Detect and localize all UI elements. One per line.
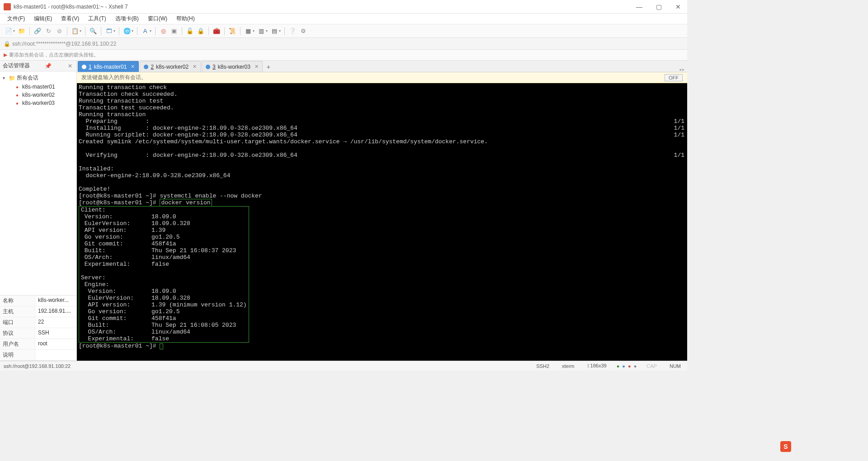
terminal-icon[interactable]: ▣: [169, 26, 179, 36]
minimize-button[interactable]: —: [633, 3, 645, 10]
main-area: 会话管理器 📌 ✕ ▾ 📁 所有会话 ● k8s-master01 ● k8s-…: [0, 61, 687, 361]
menu-edit[interactable]: 编辑(E): [30, 14, 56, 24]
maximize-button[interactable]: ▢: [653, 3, 665, 10]
open-icon[interactable]: 📁: [17, 26, 27, 36]
tab-status-icon: [144, 65, 148, 69]
tab-label: k8s-master01: [94, 64, 127, 70]
status-dot4: ●: [634, 363, 637, 369]
toolbox-icon[interactable]: 🧰: [212, 26, 222, 36]
tab-close-icon[interactable]: ✕: [131, 64, 135, 70]
host-icon: ●: [14, 100, 21, 106]
lock-open-icon[interactable]: 🔓: [185, 26, 195, 36]
properties-icon[interactable]: 🗔: [104, 26, 114, 36]
prop-row-desc: 说明: [0, 350, 76, 361]
font-icon[interactable]: A: [140, 26, 150, 36]
layout2-icon[interactable]: ▥: [256, 26, 266, 36]
hint-text: 要添加当前会话，点击左侧的箭头按钮。: [9, 52, 99, 58]
menu-help[interactable]: 帮助(H): [173, 14, 198, 24]
prop-row-host: 主机192.168.91....: [0, 306, 76, 317]
tab-label: k8s-worker03: [218, 64, 250, 70]
new-session-icon[interactable]: 📄: [4, 26, 14, 36]
session-tree: ▾ 📁 所有会话 ● k8s-master01 ● k8s-worker02 ●…: [0, 71, 76, 295]
menu-file[interactable]: 文件(F): [4, 14, 28, 24]
broadcast-bar: 发送键盘输入的所有会话。 OFF: [77, 72, 687, 83]
tree-host-label: k8s-worker03: [22, 100, 55, 106]
status-caps: CAP: [644, 363, 660, 369]
sidebar-close-icon[interactable]: ✕: [66, 63, 74, 69]
globe-icon[interactable]: 🌐: [122, 26, 132, 36]
address-text: ssh://root:**************@192.168.91.100…: [12, 41, 116, 47]
tree-host-label: k8s-master01: [22, 84, 55, 90]
toolbar: 📄▾ 📁 🔗 ↻ ⊘ 📋▾ 🔍 🗔▾ 🌐▾ A▾ ◎ ▣ 🔓 🔒 🧰 📜 ▦▾ …: [0, 24, 687, 38]
layout1-icon[interactable]: ▦: [243, 26, 253, 36]
address-bar[interactable]: 🔒 ssh://root:**************@192.168.91.1…: [0, 38, 687, 50]
search-icon[interactable]: 🔍: [88, 26, 98, 36]
tree-collapse-icon[interactable]: ▾: [3, 75, 8, 80]
tab-status-icon: [82, 65, 86, 69]
status-dot1: ●: [617, 363, 620, 369]
status-connection: ssh://root@192.168.91.100:22: [4, 363, 526, 369]
content-area: 1 k8s-master01 ✕ 2 k8s-worker02 ✕ 3 k8s-…: [77, 61, 687, 361]
host-icon: ●: [14, 92, 21, 98]
menu-view[interactable]: 查看(V): [57, 14, 83, 24]
tab-label: k8s-worker02: [156, 64, 189, 70]
status-dot2: ●: [622, 363, 625, 369]
status-indicators: ● ● ● ●: [617, 363, 637, 369]
status-dot3: ●: [628, 363, 631, 369]
tree-root[interactable]: ▾ 📁 所有会话: [0, 73, 76, 83]
prop-row-protocol: 协议SSH: [0, 328, 76, 339]
broadcast-text: 发送键盘输入的所有会话。: [81, 74, 146, 81]
status-num: NUM: [667, 363, 684, 369]
session-manager-sidebar: 会话管理器 📌 ✕ ▾ 📁 所有会话 ● k8s-master01 ● k8s-…: [0, 61, 77, 361]
tab-worker02[interactable]: 2 k8s-worker02 ✕: [140, 61, 201, 72]
tab-worker03[interactable]: 3 k8s-worker03 ✕: [202, 61, 263, 72]
status-ssh: SSH2: [533, 363, 552, 369]
status-size: ⟟ 186x39: [585, 363, 609, 369]
flag-icon: ▶: [4, 52, 7, 58]
tab-next-icon[interactable]: ▸: [682, 67, 684, 72]
app-icon: [4, 3, 11, 10]
close-button[interactable]: ✕: [673, 3, 684, 10]
prop-row-port: 端口22: [0, 317, 76, 328]
tabs-nav: ◂ ▸: [679, 67, 687, 72]
tree-host-worker03[interactable]: ● k8s-worker03: [0, 99, 76, 107]
link-icon[interactable]: 🔗: [33, 26, 42, 36]
tab-master01[interactable]: 1 k8s-master01 ✕: [78, 61, 139, 72]
session-properties: 名称k8s-worker... 主机192.168.91.... 端口22 协议…: [0, 295, 76, 361]
window-title: k8s-master01 - root@k8s-master01:~ - Xsh…: [14, 4, 633, 10]
help-icon[interactable]: ❔: [288, 26, 297, 36]
tab-add-button[interactable]: +: [264, 62, 274, 72]
tree-host-worker02[interactable]: ● k8s-worker02: [0, 91, 76, 99]
layout3-icon[interactable]: ▤: [269, 26, 279, 36]
disconnect-icon[interactable]: ⊘: [54, 26, 64, 36]
tree-host-master01[interactable]: ● k8s-master01: [0, 83, 76, 91]
hint-bar: ▶ 要添加当前会话，点击左侧的箭头按钮。: [0, 50, 687, 61]
menu-tabs[interactable]: 选项卡(B): [112, 14, 142, 24]
tab-close-icon[interactable]: ✕: [193, 64, 197, 70]
script-icon[interactable]: 📜: [227, 26, 237, 36]
status-term: xterm: [559, 363, 577, 369]
tree-host-label: k8s-worker02: [22, 92, 55, 98]
menu-tools[interactable]: 工具(T): [85, 14, 109, 24]
lock-icon[interactable]: 🔒: [196, 26, 206, 36]
window-titlebar: k8s-master01 - root@k8s-master01:~ - Xsh…: [0, 0, 687, 14]
target-icon[interactable]: ◎: [158, 26, 168, 36]
reconnect-icon[interactable]: ↻: [43, 26, 53, 36]
tab-close-icon[interactable]: ✕: [255, 64, 259, 70]
session-tabs: 1 k8s-master01 ✕ 2 k8s-worker02 ✕ 3 k8s-…: [77, 61, 687, 72]
copy-icon[interactable]: 📋: [70, 26, 80, 36]
pin-icon[interactable]: 📌: [43, 63, 53, 69]
folder-icon: 📁: [8, 75, 15, 81]
window-controls: — ▢ ✕: [633, 3, 684, 10]
broadcast-off-button[interactable]: OFF: [665, 74, 683, 81]
tree-root-label: 所有会话: [17, 74, 38, 82]
tab-prev-icon[interactable]: ◂: [679, 67, 681, 72]
prop-row-user: 用户名root: [0, 339, 76, 350]
menu-window[interactable]: 窗口(W): [144, 14, 171, 24]
sidebar-title: 会话管理器: [3, 62, 30, 70]
tab-status-icon: [206, 65, 210, 69]
statusbar: ssh://root@192.168.91.100:22 SSH2 xterm …: [0, 361, 687, 371]
host-icon: ●: [14, 84, 21, 90]
terminal-output[interactable]: Running transaction check Transaction ch…: [77, 83, 687, 361]
gear-icon[interactable]: ⚙: [298, 26, 308, 36]
